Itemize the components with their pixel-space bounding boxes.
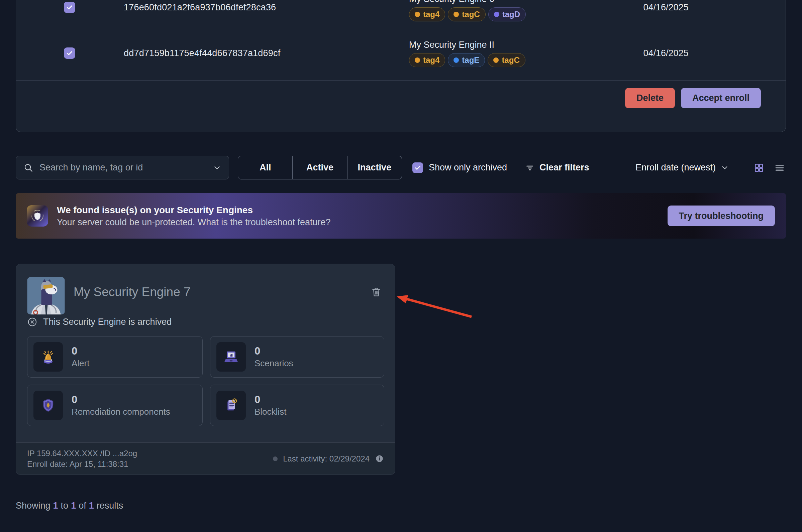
engine-id: dd7d7159b1175e4f44d667837a1d69cf bbox=[124, 48, 280, 58]
engine-name: My Security Engine 6 bbox=[409, 0, 526, 5]
stat-label: Blocklist bbox=[255, 406, 286, 417]
shield-badge-icon bbox=[27, 205, 48, 227]
engine-meta: IP 159.64.XXX.XXX /ID ...a2og Enroll dat… bbox=[27, 448, 137, 470]
tag-dot-icon bbox=[415, 57, 420, 63]
results-text: to bbox=[61, 500, 69, 511]
row-checkbox[interactable] bbox=[64, 48, 75, 59]
results-text: Showing bbox=[16, 500, 51, 511]
trash-icon[interactable] bbox=[370, 286, 382, 298]
engine-avatar bbox=[27, 277, 65, 315]
tag-pill: tagC bbox=[488, 53, 525, 67]
stat-tile-scenarios: 0 Scenarios bbox=[210, 336, 384, 378]
stat-text: 0 Remediation components bbox=[72, 393, 170, 417]
stat-text: 0 Blocklist bbox=[255, 393, 286, 417]
blocklist-icon bbox=[216, 391, 246, 420]
stat-value: 0 bbox=[255, 345, 293, 358]
checkbox-checked[interactable] bbox=[64, 2, 75, 13]
check-icon bbox=[66, 4, 73, 11]
card-engine-title: My Security Engine 7 bbox=[74, 285, 190, 299]
check-icon bbox=[414, 165, 421, 171]
banner-text: We found issue(s) on your Security Engin… bbox=[57, 204, 659, 228]
archived-status-text: This Security Engine is archived bbox=[43, 317, 171, 327]
alert-icon bbox=[33, 342, 63, 372]
tag-label: tagC bbox=[502, 55, 520, 65]
stat-tiles: 0 Alert 0 Scenarios bbox=[27, 336, 384, 426]
enroll-table-panel: 176e60fd021a2f6a937b06dfef28ca36 My Secu… bbox=[16, 0, 786, 132]
activity-status-dot bbox=[273, 456, 278, 461]
stat-text: 0 Scenarios bbox=[255, 345, 293, 369]
delete-button[interactable]: Delete bbox=[625, 88, 675, 108]
tag-dot-icon bbox=[493, 57, 499, 63]
show-archived-toggle[interactable]: Show only archived bbox=[412, 156, 507, 179]
status-filter-tabs: All Active Inactive bbox=[238, 156, 402, 179]
tab-all[interactable]: All bbox=[238, 156, 292, 179]
checkbox-checked[interactable] bbox=[64, 48, 75, 59]
engine-name-cell: My Security Engine II tag4 tagE tagC bbox=[409, 39, 525, 67]
tab-inactive[interactable]: Inactive bbox=[347, 156, 402, 179]
engine-enroll-date: Enroll date: Apr 15, 11:38:31 bbox=[27, 459, 137, 470]
tag-pill: tagD bbox=[488, 7, 526, 21]
archived-checkbox[interactable] bbox=[412, 163, 423, 173]
engine-name-cell: My Security Engine 6 tag4 tagC tagD bbox=[409, 0, 526, 21]
stat-value: 0 bbox=[72, 393, 170, 406]
last-activity: Last activity: 02/29/2024 bbox=[273, 454, 384, 463]
stat-label: Scenarios bbox=[255, 358, 293, 369]
tag-list: tag4 tagE tagC bbox=[409, 53, 525, 67]
tag-label: tagD bbox=[502, 10, 520, 19]
stat-tile-alert: 0 Alert bbox=[27, 336, 203, 378]
engine-id: 176e60fd021a2f6a937b06dfef28ca36 bbox=[124, 2, 276, 13]
search-combobox[interactable] bbox=[16, 156, 229, 179]
card-footer: IP 159.64.XXX.XXX /ID ...a2og Enroll dat… bbox=[16, 442, 395, 475]
tab-active[interactable]: Active bbox=[292, 156, 347, 179]
results-text: results bbox=[97, 500, 123, 511]
engine-ip: IP 159.64.XXX.XXX /ID ...a2og bbox=[27, 448, 137, 459]
stat-tile-remediation: 0 Remediation components bbox=[27, 385, 203, 426]
tag-label: tag4 bbox=[423, 55, 439, 65]
sort-dropdown[interactable]: Enroll date (newest) bbox=[635, 156, 729, 179]
tag-label: tagE bbox=[462, 55, 479, 65]
sort-label: Enroll date (newest) bbox=[635, 163, 716, 173]
info-icon[interactable] bbox=[375, 454, 384, 463]
tag-dot-icon bbox=[494, 12, 499, 17]
tag-pill: tagC bbox=[448, 7, 485, 21]
stat-label: Alert bbox=[72, 358, 89, 369]
tag-pill: tagE bbox=[448, 53, 485, 67]
search-icon bbox=[23, 163, 33, 173]
tag-list: tag4 tagC tagD bbox=[409, 7, 526, 21]
search-input[interactable] bbox=[39, 162, 207, 173]
archived-status: This Security Engine is archived bbox=[27, 317, 171, 327]
enroll-date: 04/16/2025 bbox=[622, 2, 709, 13]
tag-label: tagC bbox=[462, 10, 479, 19]
clear-filters-button[interactable]: Clear filters bbox=[525, 156, 589, 179]
stat-tile-blocklist: 0 Blocklist bbox=[210, 385, 384, 426]
scenarios-icon bbox=[216, 342, 246, 372]
tag-dot-icon bbox=[454, 57, 459, 63]
tag-dot-icon bbox=[415, 12, 420, 17]
results-count: 1 bbox=[89, 500, 94, 511]
tag-pill: tag4 bbox=[409, 53, 445, 67]
results-text: of bbox=[78, 500, 86, 511]
last-activity-text: Last activity: 02/29/2024 bbox=[283, 454, 369, 463]
filter-bar: All Active Inactive Show only archived C… bbox=[16, 156, 786, 179]
tag-label: tag4 bbox=[423, 10, 439, 19]
stat-value: 0 bbox=[255, 393, 286, 406]
list-view-icon[interactable] bbox=[774, 163, 785, 173]
chevron-down-icon[interactable] bbox=[213, 164, 221, 172]
bulk-actions: Delete Accept enroll bbox=[625, 88, 761, 108]
tag-pill: tag4 bbox=[409, 7, 445, 21]
annotation-arrow bbox=[381, 286, 492, 324]
banner-subtitle: Your server could be un-protected. What … bbox=[57, 216, 659, 228]
chevron-down-icon bbox=[721, 164, 729, 172]
try-troubleshooting-button[interactable]: Try troubleshooting bbox=[668, 206, 775, 226]
accept-enroll-button[interactable]: Accept enroll bbox=[681, 88, 761, 108]
tag-dot-icon bbox=[454, 12, 459, 17]
row-checkbox[interactable] bbox=[64, 2, 75, 13]
table-row: 176e60fd021a2f6a937b06dfef28ca36 My Secu… bbox=[16, 0, 786, 30]
grid-view-icon[interactable] bbox=[753, 163, 764, 173]
remediation-shield-icon bbox=[33, 391, 63, 420]
view-switcher bbox=[753, 156, 785, 179]
results-summary: Showing1to1of1results bbox=[16, 500, 126, 511]
issues-banner: We found issue(s) on your Security Engin… bbox=[16, 193, 786, 239]
clear-filters-label: Clear filters bbox=[540, 163, 589, 173]
enroll-date: 04/16/2025 bbox=[622, 48, 709, 58]
